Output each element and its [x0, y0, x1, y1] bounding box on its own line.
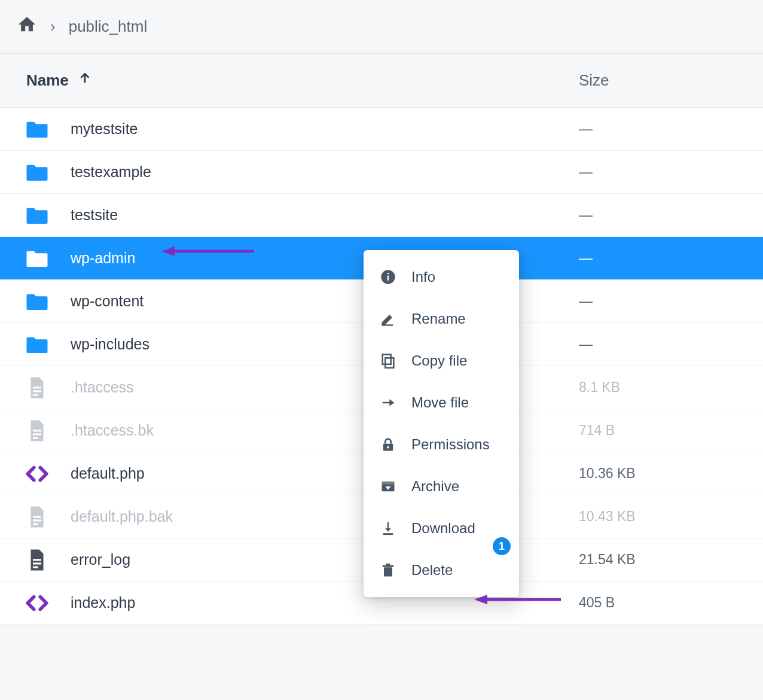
svg-rect-10: [33, 562, 41, 564]
context-menu-archive[interactable]: Archive: [364, 465, 519, 507]
file-size: 10.36 KB: [579, 465, 746, 482]
file-name: testsite: [71, 206, 118, 224]
svg-point-19: [387, 446, 389, 449]
file-size: 714 B: [579, 422, 746, 439]
folder-icon: [24, 331, 50, 358]
copy-icon: [379, 352, 397, 370]
svg-rect-2: [33, 394, 38, 395]
file-size: 405 B: [579, 595, 746, 611]
file-icon: [24, 375, 50, 401]
context-menu-rename[interactable]: Rename: [364, 298, 519, 340]
svg-rect-15: [382, 324, 393, 325]
folder-icon: [24, 116, 50, 142]
context-menu-label: Permissions: [411, 436, 490, 453]
context-menu-label: Rename: [411, 311, 466, 327]
column-header-name[interactable]: Name: [26, 71, 579, 90]
file-size: —: [579, 164, 746, 180]
row-name-cell: testsite: [24, 202, 579, 229]
file-name: index.php: [71, 594, 135, 611]
context-menu-label: Move file: [411, 394, 469, 411]
file-size: —: [579, 336, 746, 352]
code-icon: [24, 461, 50, 487]
file-name: error_log: [71, 551, 130, 568]
file-size: —: [579, 121, 746, 137]
context-menu-info[interactable]: Info: [364, 256, 519, 298]
file-name: testexample: [71, 163, 151, 181]
home-icon[interactable]: [17, 14, 37, 39]
context-menu-download[interactable]: Download1: [364, 507, 519, 549]
chevron-right-icon: ›: [50, 17, 56, 36]
move-icon: [379, 394, 397, 412]
svg-rect-25: [383, 565, 394, 567]
svg-rect-16: [385, 358, 393, 367]
folder-icon: [24, 245, 50, 272]
svg-rect-9: [33, 559, 41, 561]
context-menu: InfoRenameCopy fileMove filePermissionsA…: [364, 250, 519, 597]
file-size: 8.1 KB: [579, 379, 746, 395]
context-menu-label: Copy file: [411, 352, 467, 369]
svg-rect-23: [383, 533, 393, 535]
svg-rect-1: [33, 390, 41, 392]
svg-rect-11: [33, 566, 38, 568]
file-name: .htaccess: [71, 379, 134, 396]
svg-rect-21: [382, 482, 395, 485]
archive-icon: [379, 477, 397, 495]
download-icon: [379, 519, 397, 537]
table-row[interactable]: testexample—: [0, 151, 763, 194]
breadcrumb-current[interactable]: public_html: [69, 17, 148, 36]
table-header: Name Size: [0, 54, 763, 108]
column-name-label: Name: [26, 71, 69, 90]
file-name: wp-content: [71, 293, 144, 310]
file-name: wp-admin: [71, 249, 135, 267]
folder-icon: [24, 159, 50, 185]
file-name: default.php.bak: [71, 508, 173, 525]
svg-rect-0: [33, 386, 41, 388]
table-row[interactable]: mytestsite—: [0, 108, 763, 151]
sort-ascending-icon: [77, 71, 93, 90]
row-name-cell: mytestsite: [24, 116, 579, 142]
file-size: —: [579, 293, 746, 309]
breadcrumb: › public_html: [0, 0, 763, 54]
file-name: wp-includes: [71, 336, 149, 353]
svg-rect-8: [33, 523, 38, 525]
file-icon: [24, 504, 50, 530]
file-name: .htaccess.bk: [71, 422, 154, 439]
file-size: 21.54 KB: [579, 552, 746, 568]
info-icon: [379, 268, 397, 286]
svg-rect-14: [387, 273, 389, 274]
file-name: mytestsite: [71, 120, 138, 138]
svg-rect-24: [384, 567, 392, 576]
context-menu-label: Delete: [411, 562, 453, 579]
file-icon: [24, 547, 50, 573]
context-menu-move[interactable]: Move file: [364, 382, 519, 424]
file-size: —: [579, 250, 746, 266]
svg-rect-4: [33, 433, 41, 435]
file-size: 10.43 KB: [579, 509, 746, 525]
svg-rect-6: [33, 516, 41, 518]
table-row[interactable]: testsite—: [0, 194, 763, 237]
context-menu-label: Info: [411, 269, 435, 285]
context-menu-delete[interactable]: Delete: [364, 549, 519, 591]
context-menu-label: Download: [411, 520, 475, 537]
file-icon: [24, 418, 50, 444]
rename-icon: [379, 310, 397, 328]
svg-rect-26: [386, 564, 390, 565]
svg-rect-7: [33, 519, 41, 521]
perm-icon: [379, 436, 397, 454]
folder-icon: [24, 288, 50, 315]
svg-rect-5: [33, 437, 38, 439]
code-icon: [24, 590, 50, 616]
context-menu-copy[interactable]: Copy file: [364, 340, 519, 382]
file-name: default.php: [71, 465, 145, 482]
delete-icon: [379, 561, 397, 579]
column-header-size[interactable]: Size: [579, 71, 746, 90]
row-name-cell: testexample: [24, 159, 579, 185]
svg-rect-17: [383, 355, 391, 364]
context-menu-label: Archive: [411, 478, 459, 495]
context-menu-perm[interactable]: Permissions: [364, 424, 519, 465]
file-size: —: [579, 207, 746, 223]
svg-rect-13: [387, 276, 389, 281]
folder-icon: [24, 202, 50, 229]
column-size-label: Size: [579, 71, 609, 89]
svg-rect-3: [33, 430, 41, 431]
